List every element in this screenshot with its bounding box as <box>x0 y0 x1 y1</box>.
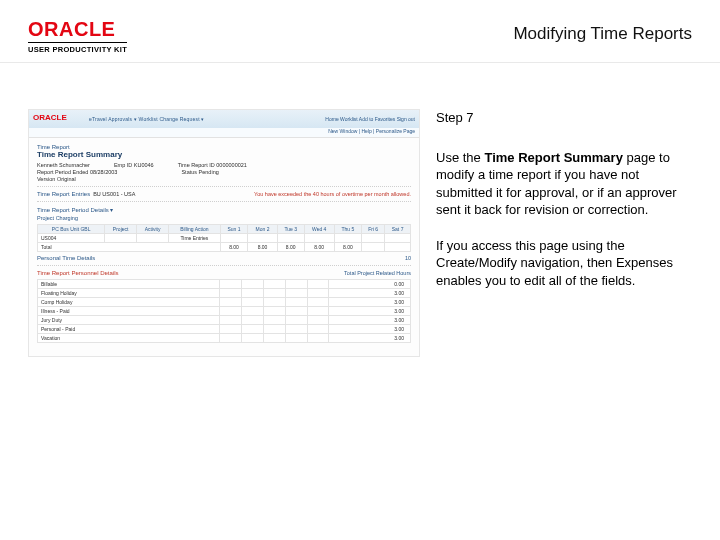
logo-subtitle: USER PRODUCTIVITY KIT <box>28 42 127 54</box>
hours-badge: 10 <box>405 255 411 261</box>
tr-id-label: Time Report ID <box>178 162 215 168</box>
th: Tue 3 <box>277 225 304 234</box>
mini-oracle-logo: ORACLE <box>33 113 67 122</box>
table-row: Billable0.00 <box>38 280 411 289</box>
instruction-paragraph-1: Use the Time Report Summary page to modi… <box>436 149 692 219</box>
hours-table: PC Bus Unit GBL Project Activity Billing… <box>37 224 411 252</box>
instruction-column: Step 7 Use the Time Report Summary page … <box>436 109 692 357</box>
th: Project <box>105 225 137 234</box>
table-row: US004 Time Entries <box>38 234 411 243</box>
amounts-table: Billable0.00 Floating Holiday3.00 Comp H… <box>37 279 411 343</box>
page-title: Modifying Time Reports <box>513 18 692 44</box>
th: Mon 2 <box>248 225 277 234</box>
version-label: Version <box>37 176 55 182</box>
app-screenshot: ORACLE eTravel Approvals ▾ Worklist Chan… <box>28 109 420 357</box>
status-value: Pending <box>199 169 219 175</box>
policy-bu: BU US001 - USA <box>93 191 135 197</box>
emp-id-label: Emp ID <box>114 162 132 168</box>
th: Billing Action <box>169 225 220 234</box>
oracle-logo: ORACLE <box>28 18 127 41</box>
status-label: Status <box>181 169 197 175</box>
table-row: Illness - Paid3.00 <box>38 307 411 316</box>
instruction-paragraph-2: If you access this page using the Create… <box>436 237 692 290</box>
app-topbar: ORACLE eTravel Approvals ▾ Worklist Chan… <box>29 110 419 128</box>
table-row: Jury Duty3.00 <box>38 316 411 325</box>
th: Sun 1 <box>220 225 248 234</box>
th: Sat 7 <box>385 225 411 234</box>
th: Thu 5 <box>334 225 361 234</box>
page-name-bold: Time Report Summary <box>484 150 622 165</box>
app-top-menu: eTravel Approvals ▾ Worklist Change Requ… <box>89 116 205 122</box>
policy-label: Time Report Entries <box>37 191 90 197</box>
step-label: Step 7 <box>436 109 692 127</box>
tr-id: 0000000021 <box>216 162 247 168</box>
table-row: Personal - Paid3.00 <box>38 325 411 334</box>
personal-details-header: Personal Time Details <box>37 255 95 261</box>
table-row: Vacation3.00 <box>38 334 411 343</box>
page-header: ORACLE USER PRODUCTIVITY KIT Modifying T… <box>0 0 720 60</box>
table-row: Comp Holiday3.00 <box>38 298 411 307</box>
app-breadcrumb: New Window | Help | Personalize Page <box>29 128 419 138</box>
oracle-logo-block: ORACLE USER PRODUCTIVITY KIT <box>28 18 127 54</box>
project-charging-header: Project Charging <box>37 215 411 221</box>
total-hours-link: Total Project Related Hours <box>344 270 411 276</box>
emp-id: KU0046 <box>134 162 154 168</box>
personnel-details-header: Time Report Personnel Details <box>37 270 118 276</box>
version-value: Original <box>57 176 76 182</box>
th: Fri 6 <box>362 225 385 234</box>
table-row: Floating Holiday3.00 <box>38 289 411 298</box>
app-top-right-menu: Home Worklist Add to Favorites Sign out <box>325 116 415 122</box>
period-value: 08/28/2003 <box>90 169 118 175</box>
table-row-total: Total 8.00 8.00 8.00 8.00 8.00 <box>38 243 411 252</box>
time-report-title: Time Report Summary <box>37 150 411 159</box>
th: PC Bus Unit GBL <box>38 225 105 234</box>
policy-warning: You have exceeded the 40 hours of overti… <box>254 191 411 197</box>
th: Activity <box>137 225 169 234</box>
content-row: ORACLE eTravel Approvals ▾ Worklist Chan… <box>0 63 720 357</box>
th: Wed 4 <box>304 225 334 234</box>
employee-name: Kenneth Schumacher <box>37 162 90 168</box>
period-details-header: Time Report Period Details ▾ <box>37 206 411 213</box>
period-label: Report Period Ended <box>37 169 88 175</box>
